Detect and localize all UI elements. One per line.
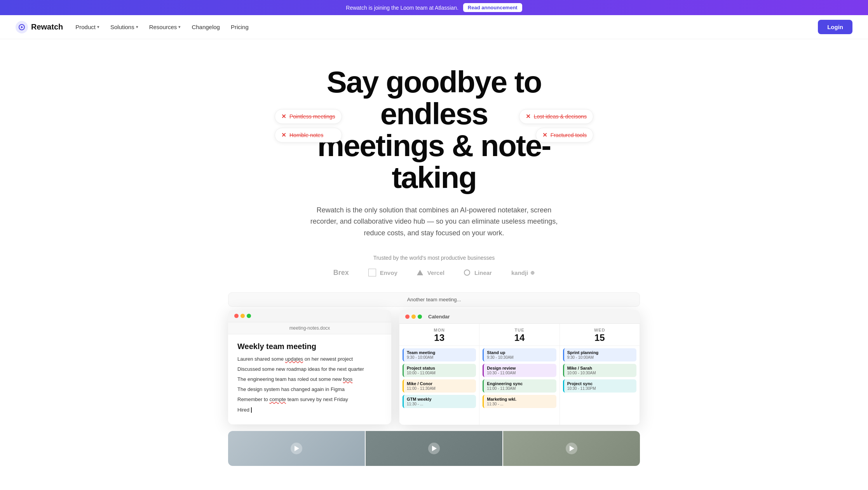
cal-event: Mike / Sarah 10:00 - 10:30AM (563, 364, 636, 377)
notes-heading: Weekly team meeting (237, 342, 382, 351)
demo-area: Another team meeting... meeting-notes.do… (220, 285, 648, 466)
notes-line-6: Hired (237, 407, 382, 414)
hero-section: ✕ Pointless meetings ✕ Horrible notes ✕ … (0, 39, 868, 466)
logo-icon (16, 21, 28, 33)
announcement-text: Rewatch is joining the Loom team at Atla… (346, 5, 458, 11)
badge-pointless-meetings: ✕ Pointless meetings (275, 109, 342, 124)
trusted-section: Trusted by the world's most productive b… (0, 255, 868, 285)
logo-kandji: kandji ⊕ (511, 269, 535, 276)
nav-product[interactable]: Product ▾ (75, 24, 99, 30)
x-icon: ✕ (281, 132, 286, 139)
trusted-logos: Brex Envoy Vercel Linear kandji ⊕ (16, 269, 852, 277)
logo-envoy: Envoy (368, 269, 397, 276)
dot-yellow (241, 314, 245, 318)
chevron-down-icon: ▾ (97, 24, 99, 30)
calendar-grid: MON 13 Team meeting 9:30 - 10:00AM Proje… (399, 324, 640, 425)
nav-pricing[interactable]: Pricing (231, 24, 249, 30)
video-strip (228, 431, 640, 466)
cal-event: Stand up 9:30 - 10:30AM (483, 348, 556, 361)
calendar-title: Calendar (428, 314, 450, 320)
calendar-card: Calendar MON 13 Team meeting 9:30 - 10:0… (399, 310, 640, 425)
logo-link[interactable]: Rewatch (16, 21, 63, 33)
x-icon: ✕ (542, 132, 547, 139)
logo-vercel: Vercel (417, 269, 444, 276)
notes-line-1: Lauren shared some updates on her newest… (237, 356, 382, 363)
notes-content: Weekly team meeting Lauren shared some u… (228, 334, 391, 424)
video-thumb-2 (366, 431, 502, 466)
video-thumb-1 (228, 431, 365, 466)
cal-event: Marketing wkl. 11:30 - ... (483, 395, 556, 408)
cal-event: GTM weekly 11:30 - ... (403, 395, 476, 408)
notes-card-header (228, 310, 391, 322)
hero-subtext: Rewatch is the only solution that combin… (302, 205, 566, 239)
notes-line-2: Discussed some new roadmap ideas for the… (237, 366, 382, 373)
chevron-down-icon: ▾ (178, 24, 181, 30)
nav-changelog[interactable]: Changelog (192, 24, 220, 30)
dot-red-cal (405, 315, 410, 319)
cal-day-mon-header: MON 13 (399, 324, 479, 346)
trusted-label: Trusted by the world's most productive b… (16, 255, 852, 261)
notes-filename: meeting-notes.docx (228, 322, 391, 334)
nav-solutions[interactable]: Solutions ▾ (110, 24, 138, 30)
badge-horrible-notes: ✕ Horrible notes (275, 128, 342, 142)
dot-yellow-cal (411, 315, 416, 319)
logo-text: Rewatch (31, 23, 63, 31)
login-button[interactable]: Login (818, 20, 852, 34)
cal-col-tue: TUE 14 Stand up 9:30 - 10:30AM Design re… (479, 324, 559, 425)
chevron-down-icon: ▾ (136, 24, 138, 30)
cal-event: Project status 10:00 - 11:00AM (403, 364, 476, 377)
x-icon: ✕ (526, 113, 531, 120)
cal-event: Project sync 10:30 - 11:30PM (563, 379, 636, 393)
window-dots-cal (405, 315, 422, 319)
cal-event: Design review 10:30 - 11:00AM (483, 364, 556, 377)
video-thumb-3 (503, 431, 640, 466)
nav-links: Product ▾ Solutions ▾ Resources ▾ Change… (75, 24, 818, 30)
logo-linear: Linear (464, 269, 492, 276)
cal-event: Engineering sync 11:00 - 11:30AM (483, 379, 556, 393)
notes-line-4: The design system has changed again in F… (237, 386, 382, 393)
cal-day-tue-header: TUE 14 (479, 324, 559, 346)
announcement-bar: Rewatch is joining the Loom team at Atla… (0, 0, 868, 15)
calendar-header: Calendar (399, 310, 640, 324)
notes-line-3: The engineering team has roled out some … (237, 376, 382, 383)
cal-col-mon: MON 13 Team meeting 9:30 - 10:00AM Proje… (399, 324, 479, 425)
window-dots (234, 314, 251, 318)
badge-fractured-tools: ✕ Fractured tools (536, 128, 593, 142)
read-announcement-button[interactable]: Read announcement (463, 3, 522, 12)
cal-day-wed-header: WED 15 (560, 324, 640, 346)
cal-event: Mike / Conor 11:00 - 11:30AM (403, 379, 476, 393)
badges-right: ✕ Lost ideas & decisons ✕ Fractured tool… (519, 109, 593, 142)
logo-brex: Brex (333, 269, 349, 277)
badges-left: ✕ Pointless meetings ✕ Horrible notes (275, 109, 342, 142)
cal-event: Team meeting 9:30 - 10:00AM (403, 348, 476, 361)
nav-resources[interactable]: Resources ▾ (149, 24, 181, 30)
notes-line-5: Remember to compte team survey by next F… (237, 396, 382, 403)
another-meeting-label: Another team meeting... (228, 292, 640, 307)
cal-col-wed: WED 15 Sprint planning 9:30 - 10:00AM Mi… (560, 324, 640, 425)
cal-event: Sprint planning 9:30 - 10:00AM (563, 348, 636, 361)
badge-lost-ideas: ✕ Lost ideas & decisons (519, 109, 593, 124)
x-icon: ✕ (281, 113, 286, 120)
main-nav: Rewatch Product ▾ Solutions ▾ Resources … (0, 15, 868, 39)
dot-green (247, 314, 251, 318)
dot-green-cal (418, 315, 422, 319)
notes-card: meeting-notes.docx Weekly team meeting L… (228, 310, 391, 424)
dot-red (234, 314, 239, 318)
